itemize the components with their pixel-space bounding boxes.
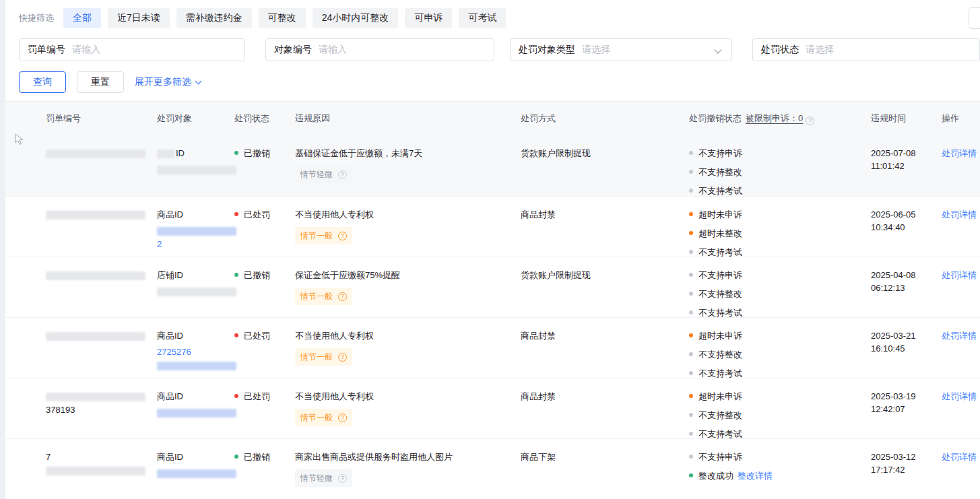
penalty-method-cell: 商品封禁: [521, 390, 689, 441]
violation-time-cell: 2025-04-08 06:12:13: [871, 269, 942, 320]
filter-select[interactable]: 处罚对象类型请选择: [510, 38, 732, 61]
revoke-state-dot: [689, 151, 693, 155]
violation-time-cell: 2025-06-05 10:34:40: [871, 208, 942, 259]
table-body: ID 已撤销 基础保证金低于应缴额，未满7天 情节轻微? 货款账户限制提现 不支…: [5, 135, 980, 499]
redacted-target-id[interactable]: [157, 227, 236, 236]
reason-cell: 商家出售商品或提供服务时盗用他人图片 情节轻微?: [295, 451, 521, 487]
redacted-target-id[interactable]: [157, 288, 236, 296]
penalty-method-cell: 货款账户限制提现: [521, 269, 689, 320]
help-icon[interactable]: ?: [338, 232, 347, 240]
target-cell: 商品ID 2725276: [157, 329, 234, 380]
table-row: ID 已撤销 基础保证金低于应缴额，未满7天 情节轻微? 货款账户限制提现 不支…: [5, 135, 980, 196]
rectify-detail-link[interactable]: 整改详情: [738, 471, 773, 481]
revoke-state-dot: [689, 273, 693, 277]
violation-time-cell: 2025-03-12 17:17:42: [871, 451, 942, 487]
penalty-detail-link[interactable]: 处罚详情: [942, 209, 977, 220]
severity-tag: 情节一般?: [295, 409, 352, 426]
quick-filter-chip[interactable]: 可申诉: [405, 8, 452, 28]
filter-select[interactable]: 处罚状态请选择: [752, 38, 980, 61]
penalty-id-cell: [46, 329, 157, 380]
filter-label: 罚单编号: [28, 44, 65, 56]
col-reason: 违规原因: [295, 112, 521, 125]
revoke-state-item: 整改成功整改详情: [689, 469, 859, 483]
status-dot: [234, 333, 238, 337]
help-icon[interactable]: ?: [338, 170, 347, 179]
filter-label: 对象编号: [274, 44, 312, 56]
revoke-state-item: 超时未申诉: [689, 329, 859, 343]
revoke-state-item: 超时未整改: [689, 227, 859, 240]
status-dot: [234, 394, 238, 398]
redacted-target-id[interactable]: [157, 409, 236, 418]
status-cell: 已处罚: [234, 390, 295, 441]
revoke-state-dot: [689, 432, 693, 436]
redacted-target-id[interactable]: [157, 166, 236, 174]
redacted-penalty-id: [46, 467, 145, 475]
reason-cell: 不当使用他人专利权 情节一般?: [295, 390, 521, 441]
penalty-method-cell: 货款账户限制提现: [521, 147, 689, 198]
penalty-detail-link[interactable]: 处罚详情: [942, 270, 977, 280]
filter-label: 处罚状态: [761, 44, 799, 56]
help-icon[interactable]: ?: [806, 117, 814, 125]
penalty-table: 罚单编号 处罚对象 处罚状态 违规原因 处罚方式 处罚撤销状态被限制申诉：0? …: [5, 101, 980, 499]
reset-button[interactable]: 重置: [77, 71, 124, 93]
target-cell: 店铺ID: [157, 269, 234, 320]
help-icon[interactable]: ?: [338, 474, 347, 483]
redacted-target-id[interactable]: [157, 469, 236, 478]
quick-filter-chip[interactable]: 24小时内可整改: [313, 8, 399, 28]
severity-tag: 情节一般?: [295, 288, 352, 305]
action-cell: 处罚详情: [942, 147, 980, 198]
status-dot: [234, 212, 238, 216]
filter-input[interactable]: 对象编号请输入: [265, 38, 494, 61]
search-button[interactable]: 查询: [19, 71, 66, 93]
filter-input[interactable]: 罚单编号请输入: [19, 38, 245, 61]
quick-filter-chip[interactable]: 可整改: [259, 8, 306, 28]
chevron-down-icon: [195, 77, 202, 84]
status-dot: [234, 455, 238, 459]
penalty-detail-link[interactable]: 处罚详情: [942, 452, 977, 462]
revoke-state-item: 超时未申诉: [689, 208, 859, 222]
quick-filter-chip[interactable]: 全部: [63, 8, 101, 28]
penalty-id-cell: [46, 269, 157, 320]
reason-cell: 基础保证金低于应缴额，未满7天 情节轻微?: [295, 147, 521, 198]
quick-filter-chip[interactable]: 近7日未读: [108, 8, 170, 28]
action-cell: 处罚详情: [942, 269, 980, 320]
table-header: 罚单编号 处罚对象 处罚状态 违规原因 处罚方式 处罚撤销状态被限制申诉：0? …: [5, 102, 980, 135]
restricted-appeal-link[interactable]: 被限制申诉：0: [746, 113, 803, 123]
penalty-detail-link[interactable]: 处罚详情: [942, 148, 977, 158]
expand-more-filters-link[interactable]: 展开更多筛选: [135, 76, 201, 88]
table-row: 7 商品ID 已撤销 商家出售商品或提供服务时盗用他人图片 情节轻微? 商品下架…: [5, 438, 980, 499]
help-icon[interactable]: ?: [338, 413, 347, 422]
penalty-detail-link[interactable]: 处罚详情: [942, 331, 977, 341]
revoke-status-cell: 超时未申诉不支持整改不支持考试: [689, 390, 871, 441]
quick-filter-chip[interactable]: 可考试: [459, 8, 506, 28]
revoke-state-item: 不支持考试: [689, 428, 859, 441]
help-icon[interactable]: ?: [338, 292, 347, 301]
page-left-gutter: [0, 0, 5, 499]
col-time: 违规时间: [871, 112, 942, 125]
redacted-penalty-id: [46, 149, 145, 158]
violation-reason: 商家出售商品或提供服务时盗用他人图片: [295, 451, 509, 464]
export-button[interactable]: 导出: [969, 7, 980, 29]
redacted-penalty-id: [46, 271, 145, 280]
quick-filter-chip[interactable]: 需补缴违约金: [176, 8, 252, 28]
status-dot: [234, 151, 238, 155]
redacted-target-id[interactable]: [157, 362, 236, 370]
status-dot: [234, 273, 238, 277]
col-action: 操作: [942, 112, 980, 125]
revoke-state-dot: [689, 212, 693, 216]
redacted-penalty-id: [46, 211, 145, 220]
target-cell: ID: [157, 147, 234, 198]
help-icon[interactable]: ?: [338, 353, 347, 362]
filter-placeholder: 请输入: [72, 44, 100, 56]
status-cell: 已撤销: [234, 147, 295, 198]
penalty-detail-link[interactable]: 处罚详情: [942, 391, 977, 401]
violation-reason: 保证金低于应缴额75%提醒: [295, 269, 509, 282]
col-method: 处罚方式: [521, 112, 689, 125]
revoke-state-item: 不支持整改: [689, 348, 859, 362]
revoke-state-item: 不支持考试: [689, 185, 859, 198]
redacted-penalty-id: [46, 332, 145, 341]
action-cell: 处罚详情: [942, 451, 980, 487]
quick-filter-chips: 全部近7日未读需补缴违约金可整改24小时内可整改可申诉可考试: [63, 8, 506, 28]
reason-cell: 不当使用他人专利权 情节一般?: [295, 329, 521, 380]
violation-reason: 基础保证金低于应缴额，未满7天: [295, 147, 509, 160]
